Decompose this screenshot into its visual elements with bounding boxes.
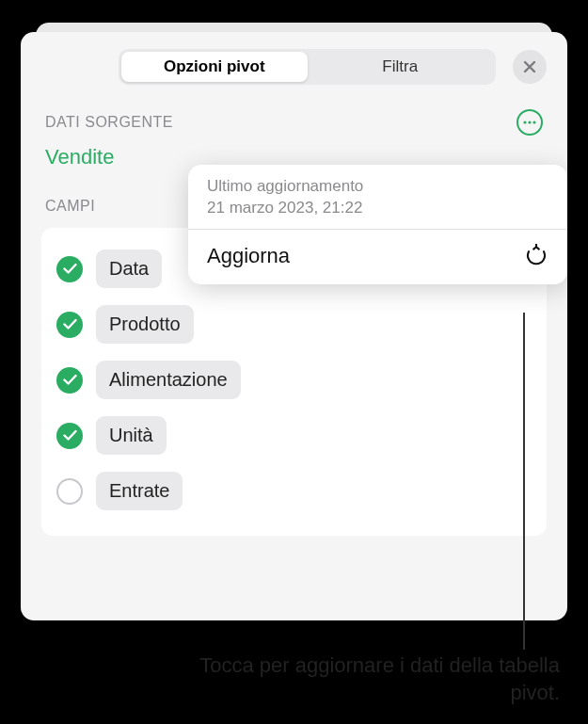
checkmark-icon [63,263,77,275]
ellipsis-icon [523,121,536,124]
refresh-icon [524,244,548,268]
field-checkbox[interactable] [56,312,83,338]
field-checkbox[interactable] [56,423,83,449]
svg-point-2 [532,121,535,123]
svg-point-0 [523,121,526,123]
refresh-button[interactable]: Aggiorna [188,230,567,284]
refresh-popover: Ultimo aggiornamento 21 marzo 2023, 21:2… [188,165,567,284]
field-row: Unità [56,408,532,463]
source-data-label: DATI SORGENTE [45,114,173,131]
field-chip[interactable]: Unità [96,416,167,455]
field-checkbox[interactable] [56,478,83,505]
field-chip[interactable]: Prodotto [96,305,194,344]
tab-pivot-options[interactable]: Opzioni pivot [121,52,308,82]
more-options-button[interactable] [516,109,543,136]
close-icon [522,59,537,74]
field-row: Prodotto [56,297,532,352]
last-update-value: 21 marzo 2023, 21:22 [207,198,548,219]
checkmark-icon [63,318,77,330]
refresh-label: Aggiorna [207,244,290,268]
field-row: Alimentazione [56,352,532,408]
checkmark-icon [63,374,77,386]
source-section-header: DATI SORGENTE [45,109,547,136]
callout-leader-line [523,313,525,650]
callout-text: Tocca per aggiornare i dati della tabell… [172,652,560,706]
field-checkbox[interactable] [56,367,83,394]
checkmark-icon [63,429,77,442]
field-checkbox[interactable] [56,256,83,282]
options-sheet: Opzioni pivot Filtra DATI SORGENTE Vendi… [21,32,567,620]
field-row: Entrate [56,463,532,519]
field-chip[interactable]: Data [96,249,162,288]
field-chip[interactable]: Alimentazione [96,361,241,399]
last-update-info: Ultimo aggiornamento 21 marzo 2023, 21:2… [188,165,567,230]
last-update-label: Ultimo aggiornamento [207,176,548,198]
segmented-control: Opzioni pivot Filtra [119,49,496,85]
close-button[interactable] [513,50,547,84]
sheet-header: Opzioni pivot Filtra [41,49,547,85]
field-chip[interactable]: Entrate [96,472,183,510]
svg-point-1 [528,121,531,123]
tab-filter[interactable]: Filtra [308,52,494,82]
